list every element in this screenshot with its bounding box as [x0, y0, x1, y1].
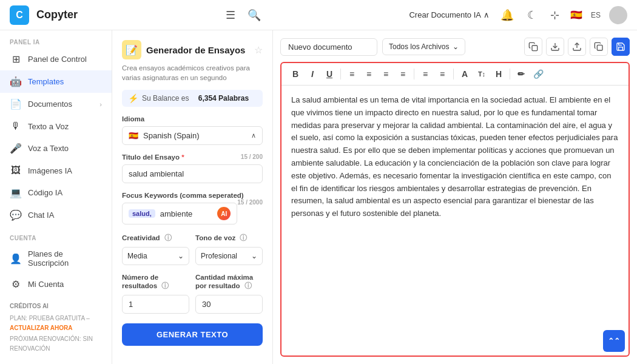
- search-icon[interactable]: 🔍: [245, 6, 263, 24]
- required-mark: *: [181, 153, 184, 161]
- max-cantidad-input[interactable]: [195, 295, 263, 314]
- actualizar-link[interactable]: ACTUALIZAR AHORA: [10, 325, 73, 331]
- idioma-label: Idioma: [122, 115, 263, 123]
- generator-header: 📝 Generador de Ensayos ☆: [122, 40, 263, 59]
- creatividad-select[interactable]: Media ⌄: [122, 247, 189, 265]
- list-button[interactable]: ≡: [417, 67, 433, 81]
- pencil-button[interactable]: ✏: [513, 67, 529, 81]
- chevron-up-icon: ∧: [251, 132, 256, 140]
- bolt-icon: ⚡: [128, 93, 138, 103]
- toolbar-icons: [524, 38, 630, 56]
- sidebar-item-panel-control[interactable]: ⊞ Panel de Control: [0, 48, 112, 70]
- codigo-icon: 💻: [10, 187, 22, 198]
- dark-mode-icon[interactable]: ☾: [525, 6, 539, 24]
- nav-right: Crear Documento IA ∧ 🔔 ☾ ⊹ 🇪🇸 ES: [409, 6, 627, 24]
- idioma-group: Idioma 🇪🇸 Spanish (Spain) ∧: [122, 115, 263, 145]
- fullscreen-icon[interactable]: ⊹: [548, 6, 562, 24]
- cuenta-label: CUENTA: [0, 226, 112, 244]
- svg-rect-3: [597, 45, 602, 50]
- credits-section: CRÉDITOS AI PLAN: PRUEBA GRATUITA – ACTU…: [0, 295, 112, 360]
- sidebar-item-imagenes[interactable]: 🖼 Imágenes IA: [0, 160, 112, 181]
- sidebar: PANEL IA ⊞ Panel de Control 🤖 Templates …: [0, 30, 112, 364]
- save-icon-btn[interactable]: [612, 38, 630, 56]
- sidebar-item-voz-texto[interactable]: 🎤 Voz a Texto: [0, 137, 112, 160]
- sidebar-item-codigo[interactable]: 💻 Código IA: [0, 181, 112, 204]
- titulo-char-count: 15 / 200: [241, 153, 263, 160]
- titulo-input[interactable]: [122, 164, 263, 183]
- num-results-input[interactable]: [122, 295, 189, 314]
- num-results-label: Número de resultados ⓘ: [122, 274, 189, 291]
- sidebar-item-planes[interactable]: 👤 Planes de Suscripción: [0, 244, 112, 273]
- num-results-row: Número de resultados ⓘ Cantidad máxima p…: [122, 274, 263, 314]
- max-cantidad-label: Cantidad máxima por resultado ⓘ: [195, 274, 263, 291]
- sidebar-item-templates[interactable]: 🤖 Templates: [0, 70, 112, 93]
- upload-icon-btn[interactable]: [568, 38, 586, 56]
- notifications-icon[interactable]: 🔔: [498, 6, 516, 24]
- ai-avatar: AI: [217, 207, 231, 220]
- bold-button[interactable]: B: [288, 67, 303, 81]
- font-color-button[interactable]: A: [457, 67, 473, 81]
- ordered-list-button[interactable]: ≡: [434, 67, 450, 81]
- tono-select[interactable]: Profesional ⌄: [195, 247, 263, 265]
- lang-flag: 🇪🇸: [129, 131, 138, 140]
- keywords-group: Focus Keywords (comma seperated) 15 / 20…: [122, 192, 263, 224]
- folder-select[interactable]: Todos los Archivos ⌄: [382, 38, 465, 55]
- top-navigation: C Copyter ☰ 🔍 Crear Documento IA ∧ 🔔 ☾ ⊹…: [0, 0, 637, 30]
- sidebar-label-chat: Chat IA: [28, 211, 102, 220]
- scroll-top-button[interactable]: ⌃⌃: [603, 330, 625, 352]
- underline-button[interactable]: U: [322, 67, 337, 81]
- download-icon-btn[interactable]: [546, 38, 564, 56]
- format-sep-4: [510, 69, 510, 79]
- credits-label: CRÉDITOS AI: [10, 302, 102, 311]
- voz-texto-icon: 🎤: [10, 143, 22, 154]
- crear-documento-button[interactable]: Crear Documento IA ∧: [409, 10, 490, 19]
- keywords-label: Focus Keywords (comma seperated) 15 / 20…: [122, 192, 263, 199]
- chevron-right-icon: ›: [99, 101, 102, 108]
- creatividad-label: Creatividad ⓘ: [122, 233, 189, 243]
- menu-icon[interactable]: ☰: [223, 6, 238, 24]
- doc-toolbar: Todos los Archivos ⌄: [280, 38, 630, 56]
- keyword-ambiente: ambiente: [160, 209, 192, 218]
- star-icon[interactable]: ☆: [254, 44, 263, 56]
- sidebar-item-chat[interactable]: 💬 Chat IA: [0, 204, 112, 226]
- balance-badge: ⚡ Su Balance es 6,354 Palabras: [122, 90, 263, 107]
- align-center-button[interactable]: ≡: [361, 67, 377, 81]
- sidebar-item-mi-cuenta[interactable]: ⚙ Mi Cuenta: [0, 273, 112, 295]
- align-justify-button[interactable]: ≡: [395, 67, 411, 81]
- max-info-icon: ⓘ: [244, 281, 252, 290]
- sidebar-item-texto-voz[interactable]: 🎙 Texto a Voz: [0, 115, 112, 137]
- duplicate-icon-btn[interactable]: [590, 38, 608, 56]
- generator-description: Crea ensayos académicos creativos para v…: [122, 63, 263, 83]
- sidebar-label-texto-voz: Texto a Voz: [28, 122, 102, 131]
- italic-button[interactable]: I: [305, 67, 320, 81]
- editor-content[interactable]: La salud ambiental es un tema de vital i…: [281, 86, 629, 356]
- creatividad-tono-row: Creatividad ⓘ Media ⌄ Tono de voz ⓘ Prof…: [122, 233, 263, 265]
- sidebar-item-documentos[interactable]: 📄 Documentos ›: [0, 93, 112, 115]
- lang-code[interactable]: ES: [591, 11, 601, 19]
- heading-button[interactable]: H: [491, 67, 507, 81]
- font-size-button[interactable]: T↕: [474, 67, 490, 81]
- svg-rect-0: [532, 46, 538, 51]
- link-button[interactable]: 🔗: [530, 67, 546, 81]
- sidebar-label-planes: Planes de Suscripción: [28, 249, 102, 268]
- chat-icon: 💬: [10, 209, 22, 221]
- creatividad-info-icon: ⓘ: [164, 234, 172, 242]
- user-avatar[interactable]: [609, 6, 627, 24]
- brand-name: Copyter: [36, 8, 78, 21]
- keywords-char-count: 15 / 2000: [237, 199, 263, 206]
- format-sep-1: [340, 69, 341, 79]
- chevron-down-icon: ⌄: [453, 42, 459, 51]
- sidebar-label-documentos: Documentos: [28, 99, 93, 109]
- language-flag[interactable]: 🇪🇸: [570, 9, 582, 21]
- keywords-input-area[interactable]: salud, ambiente AI: [122, 203, 237, 224]
- generate-button[interactable]: GENERAR TEXTO: [122, 323, 263, 346]
- tono-label: Tono de voz ⓘ: [195, 233, 263, 243]
- doc-name-input[interactable]: [280, 38, 377, 56]
- align-left-button[interactable]: ≡: [344, 67, 360, 81]
- num-results-info-icon: ⓘ: [161, 281, 169, 290]
- lang-select[interactable]: 🇪🇸 Spanish (Spain) ∧: [122, 126, 263, 145]
- generator-title: Generador de Ensayos: [146, 45, 249, 55]
- copy-icon-btn[interactable]: [524, 38, 542, 56]
- sidebar-label-templates: Templates: [28, 77, 102, 86]
- align-right-button[interactable]: ≡: [378, 67, 394, 81]
